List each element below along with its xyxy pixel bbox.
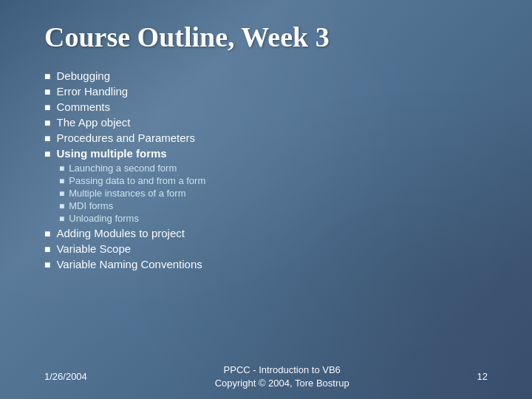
list-item: ■ Variable Scope xyxy=(44,242,488,255)
sub-item-label: MDI forms xyxy=(69,200,113,211)
list-item: ■ Debugging xyxy=(44,69,488,82)
list-item: ■ Multiple instances of a form xyxy=(59,188,488,199)
sub-list: ■ Launching a second form ■ Passing data… xyxy=(59,163,488,224)
item-label: Procedures and Parameters xyxy=(56,132,195,144)
list-item: ■ Error Handling xyxy=(44,85,488,98)
list-item: ■ The App object xyxy=(44,116,488,129)
slide-content: Course Outline, Week 3 ■ Debugging ■ Err… xyxy=(0,0,532,284)
list-item: ■ Launching a second form xyxy=(59,163,488,174)
item-label: Comments xyxy=(56,100,110,113)
after-list: ■ Adding Modules to project ■ Variable S… xyxy=(44,227,488,270)
item-label: The App object xyxy=(56,116,130,129)
slide-title: Course Outline, Week 3 xyxy=(44,21,488,53)
footer-line1: PPCC - Introduction to VB6 xyxy=(215,364,349,377)
bullet-icon: ■ xyxy=(44,243,50,255)
item-label: Using multiple forms xyxy=(56,147,166,160)
list-item: ■ Variable Naming Conventions xyxy=(44,258,488,270)
bullet-icon: ■ xyxy=(59,163,64,174)
main-list: ■ Debugging ■ Error Handling ■ Comments … xyxy=(44,69,488,160)
bullet-icon: ■ xyxy=(59,188,64,199)
slide-background: Course Outline, Week 3 ■ Debugging ■ Err… xyxy=(0,0,532,399)
item-label: Adding Modules to project xyxy=(56,227,184,239)
bullet-icon: ■ xyxy=(44,228,50,239)
bullet-icon: ■ xyxy=(44,101,50,113)
slide-footer: 1/26/2004 PPCC - Introduction to VB6 Cop… xyxy=(0,364,532,390)
list-item: ■ Adding Modules to project xyxy=(44,227,488,239)
bullet-icon: ■ xyxy=(44,117,50,129)
item-label: Error Handling xyxy=(56,85,128,98)
list-item: ■ MDI forms xyxy=(59,200,488,211)
footer-date: 1/26/2004 xyxy=(44,371,87,382)
sub-item-label: Multiple instances of a form xyxy=(69,188,185,199)
sub-item-label: Launching a second form xyxy=(69,163,177,174)
list-item: ■ Unloading forms xyxy=(59,213,488,224)
item-label: Variable Naming Conventions xyxy=(56,258,202,270)
sub-item-label: Unloading forms xyxy=(69,213,139,224)
list-item: ■ Passing data to and from a form xyxy=(59,175,488,186)
bullet-icon: ■ xyxy=(44,132,50,144)
footer-center: PPCC - Introduction to VB6 Copyright © 2… xyxy=(215,364,349,390)
footer-page: 12 xyxy=(477,371,488,382)
list-item: ■ Procedures and Parameters xyxy=(44,132,488,144)
sub-item-label: Passing data to and from a form xyxy=(69,175,205,186)
list-item: ■ Using multiple forms xyxy=(44,147,488,160)
bullet-icon: ■ xyxy=(59,176,64,186)
bullet-icon: ■ xyxy=(59,214,64,224)
item-label: Variable Scope xyxy=(56,242,131,255)
bullet-icon: ■ xyxy=(44,259,50,270)
bullet-icon: ■ xyxy=(44,70,50,82)
list-item: ■ Comments xyxy=(44,100,488,113)
bullet-icon: ■ xyxy=(59,201,64,211)
bullet-icon: ■ xyxy=(44,148,50,160)
footer-line2: Copyright © 2004, Tore Bostrup xyxy=(215,377,349,390)
bullet-icon: ■ xyxy=(44,86,50,98)
item-label: Debugging xyxy=(56,69,110,82)
